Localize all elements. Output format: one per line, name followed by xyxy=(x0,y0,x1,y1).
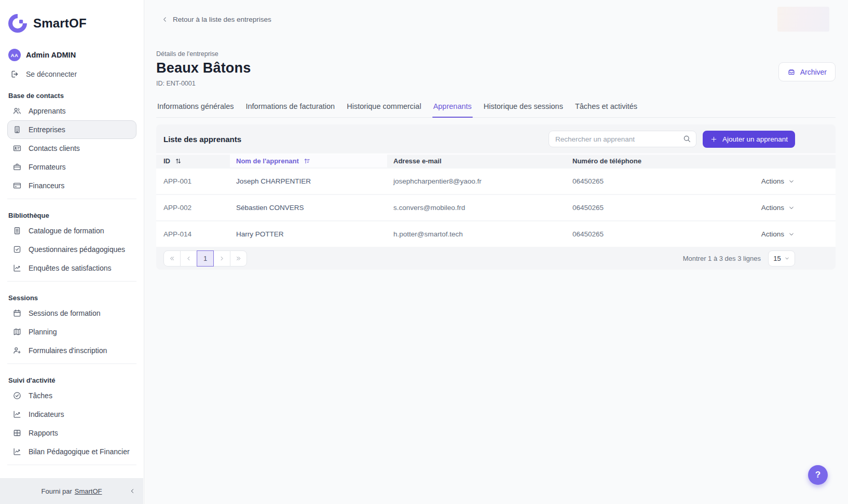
map-icon xyxy=(12,327,22,337)
column-header-email: Adresse e-mail xyxy=(387,155,566,167)
page-eyebrow: Détails de l'entreprise xyxy=(156,50,251,58)
sidebar-item-entreprises[interactable]: Entreprises xyxy=(7,120,136,139)
column-header-name[interactable]: Nom de l'apprenant xyxy=(230,155,387,167)
chart-icon xyxy=(12,263,22,273)
sidebar-item-bilan-pedagogique-et-financier[interactable]: Bilan Pédagogique et Financier xyxy=(7,442,136,461)
sidebar-item-formateurs[interactable]: Formateurs xyxy=(7,158,136,176)
tab-taches-et-activites[interactable]: Tâches et activités xyxy=(574,102,638,117)
sidebar-item-apprenants[interactable]: Apprenants xyxy=(7,102,136,120)
pagination-first-button[interactable] xyxy=(163,250,181,267)
logout-button[interactable]: Se déconnecter xyxy=(10,69,135,79)
learner-name-link[interactable]: Joseph CHARPENTIER xyxy=(230,177,387,185)
back-link[interactable]: Retour à la liste des entreprises xyxy=(161,16,271,23)
archive-button-label: Archiver xyxy=(800,68,827,76)
column-label-phone: Numéro de téléphone xyxy=(572,157,641,165)
page-size-select[interactable]: 15 xyxy=(768,250,795,267)
sort-asc-icon[interactable] xyxy=(303,157,311,165)
learner-name-link[interactable]: Sébastien CONVERS xyxy=(230,204,387,212)
pagination-page-1[interactable]: 1 xyxy=(197,250,214,267)
check-circle-icon xyxy=(12,391,22,400)
chevron-down-icon xyxy=(784,256,790,261)
sidebar-item-label: Apprenants xyxy=(29,107,66,115)
logo-text: SmartOF xyxy=(33,16,87,31)
archive-icon xyxy=(787,68,796,76)
nav-section-title-bibliotheque: Bibliothèque xyxy=(8,212,135,219)
user-plus-icon xyxy=(12,346,22,355)
tab-informations-generales[interactable]: Informations générales xyxy=(156,102,235,117)
sidebar-item-label: Catalogue de formation xyxy=(29,227,104,235)
sidebar-item-label: Planning xyxy=(29,328,57,336)
sidebar-collapse-icon[interactable] xyxy=(129,487,136,495)
sidebar: SmartOF AA Admin ADMIN Se déconnecter Ba… xyxy=(0,0,144,504)
cell-id: APP-014 xyxy=(156,230,230,238)
actions-dropdown[interactable]: Actions xyxy=(696,204,836,212)
sidebar-item-label: Entreprises xyxy=(29,125,65,134)
archive-button[interactable]: Archiver xyxy=(778,62,836,81)
sidebar-item-label: Indicateurs xyxy=(29,410,64,418)
nav-divider xyxy=(7,465,136,465)
user-info: AA Admin ADMIN xyxy=(8,49,135,61)
card-header: Liste des apprenants Ajouter un apprenan… xyxy=(156,124,836,153)
chevron-right-icon xyxy=(218,255,225,262)
chevron-left-icon xyxy=(185,255,192,262)
sidebar-item-label: Questionnaires pédagogiques xyxy=(29,245,125,254)
logo[interactable]: SmartOF xyxy=(7,0,136,34)
table-row: APP-014Harry POTTERh.potter@smartof.tech… xyxy=(156,221,836,247)
column-header-id[interactable]: ID xyxy=(156,155,230,167)
briefcase-icon xyxy=(12,162,22,172)
chevrons-right-icon xyxy=(235,255,242,262)
sidebar-item-sessions-de-formation[interactable]: Sessions de formation xyxy=(7,304,136,323)
sidebar-item-rapports[interactable]: Rapports xyxy=(7,424,136,442)
plus-icon xyxy=(710,135,718,143)
logout-label: Se déconnecter xyxy=(26,70,77,78)
chevron-down-icon xyxy=(788,231,795,238)
chart-icon xyxy=(12,410,22,419)
sidebar-nav: Base de contactsApprenantsEntreprisesCon… xyxy=(7,92,136,478)
sidebar-item-planning[interactable]: Planning xyxy=(7,323,136,341)
main-content: Retour à la liste des entreprises Détail… xyxy=(144,0,848,504)
footer-prefix: Fourni par xyxy=(42,487,72,495)
table-footer: 1 Montrer 1 à 3 des 3 lignes 15 xyxy=(156,247,836,270)
sidebar-item-catalogue-de-formation[interactable]: Catalogue de formation xyxy=(7,221,136,240)
grid-icon xyxy=(12,428,22,438)
cell-id: APP-001 xyxy=(156,177,230,185)
help-button[interactable]: ? xyxy=(808,465,828,485)
tab-historique-des-sessions[interactable]: Historique des sessions xyxy=(483,102,564,117)
learner-name-link[interactable]: Harry POTTER xyxy=(230,230,387,238)
pagination-last-button[interactable] xyxy=(230,250,247,267)
sidebar-item-label: Tâches xyxy=(29,391,52,400)
learners-card: Liste des apprenants Ajouter un apprenan… xyxy=(156,124,836,270)
sidebar-item-financeurs[interactable]: Financeurs xyxy=(7,176,136,195)
sidebar-item-questionnaires-pedagogiques[interactable]: Questionnaires pédagogiques xyxy=(7,240,136,259)
tab-informations-de-facturation[interactable]: Informations de facturation xyxy=(245,102,336,117)
actions-dropdown[interactable]: Actions xyxy=(696,230,836,238)
sort-icon[interactable] xyxy=(174,157,182,165)
sidebar-item-enquetes-de-satisfactions[interactable]: Enquêtes de satisfactions xyxy=(7,259,136,277)
search-icon[interactable] xyxy=(682,134,691,143)
pagination-next-button[interactable] xyxy=(213,250,230,267)
sidebar-item-indicateurs[interactable]: Indicateurs xyxy=(7,405,136,424)
table-body: APP-001Joseph CHARPENTIERjosephcharpenti… xyxy=(156,169,836,247)
sidebar-item-taches[interactable]: Tâches xyxy=(7,386,136,405)
pagination-prev-button[interactable] xyxy=(180,250,197,267)
page-size-value: 15 xyxy=(773,255,781,262)
actions-label: Actions xyxy=(761,177,784,185)
actions-dropdown[interactable]: Actions xyxy=(696,177,836,185)
tab-historique-commercial[interactable]: Historique commercial xyxy=(346,102,422,117)
add-learner-button[interactable]: Ajouter un apprenant xyxy=(703,131,795,148)
sidebar-item-label: Contacts clients xyxy=(29,144,80,152)
search-input[interactable] xyxy=(549,131,696,147)
table-header: ID Nom de l'apprenant Adresse e-mail Num… xyxy=(156,153,836,167)
sidebar-item-formulaires-d-inscription[interactable]: Formulaires d'inscription xyxy=(7,341,136,360)
sidebar-item-label: Bilan Pédagogique et Financier xyxy=(29,447,130,456)
search-box xyxy=(549,131,696,147)
entity-id: ID: ENT-0001 xyxy=(156,80,251,87)
smartof-logo-icon xyxy=(7,12,28,34)
sidebar-footer: Fourni par SmartOF xyxy=(0,478,143,504)
header-image-placeholder xyxy=(777,7,829,32)
building-icon xyxy=(12,125,22,134)
sidebar-item-contacts-clients[interactable]: Contacts clients xyxy=(7,139,136,158)
footer-brand-link[interactable]: SmartOF xyxy=(75,487,102,495)
sidebar-item-label: Formateurs xyxy=(29,163,66,171)
tab-apprenants[interactable]: Apprenants xyxy=(432,102,473,117)
